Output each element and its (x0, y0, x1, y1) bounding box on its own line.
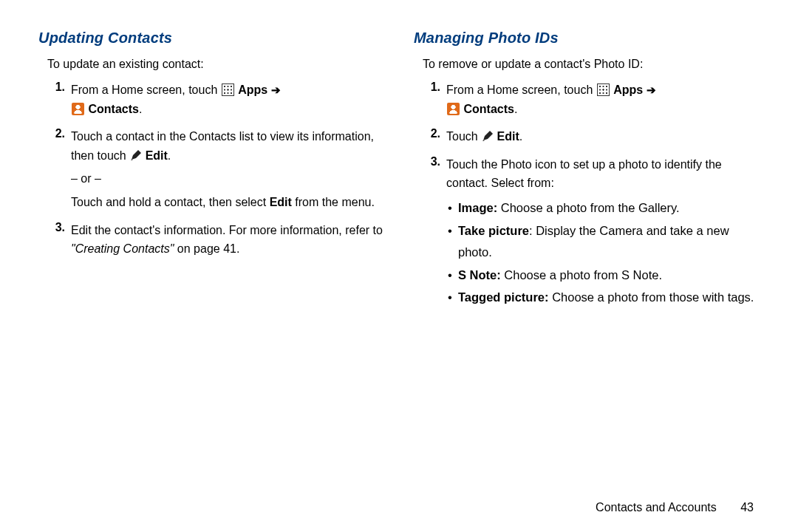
text: . (514, 103, 517, 115)
option-name: Tagged picture: (458, 290, 549, 304)
edit-icon (129, 149, 142, 162)
svg-marker-1 (131, 160, 133, 160)
edit-label: Edit (270, 196, 292, 208)
text: Edit the contact's information. For more… (71, 224, 383, 236)
left-column: Updating Contacts To update an existing … (38, 30, 384, 314)
text: Touch and hold a contact, then select (71, 196, 270, 208)
step-3: 3. Touch the Photo icon to set up a phot… (423, 155, 760, 310)
contacts-label: Contacts (88, 103, 138, 115)
step-number: 2. (423, 127, 446, 151)
option-name: Take picture (458, 224, 529, 237)
option-text: Choose a photo from those with tags. (549, 290, 754, 304)
text: . (168, 149, 171, 162)
text: From a Home screen, touch (71, 83, 221, 96)
step-number: 3. (423, 155, 446, 310)
intro-text: To update an existing contact: (47, 55, 384, 73)
or-divider: – or – (71, 169, 384, 188)
option-name: S Note: (458, 268, 501, 282)
option-text: Choose a photo from S Note. (501, 268, 662, 282)
text: Touch the Photo icon to set up a photo t… (446, 155, 760, 193)
page-footer: Contacts and Accounts 43 (596, 501, 754, 514)
arrow-icon: ➔ (647, 83, 656, 96)
text: from the menu. (292, 196, 375, 208)
svg-marker-2 (483, 131, 493, 140)
edit-label: Edit (497, 130, 519, 143)
apps-icon (222, 83, 234, 96)
right-column: Managing Photo IDs To remove or update a… (414, 30, 760, 314)
step-2: 2. Touch a contact in the Contacts list … (47, 127, 384, 216)
arrow-icon: ➔ (271, 83, 281, 96)
step-1: 1. From a Home screen, touch Apps ➔ Cont… (423, 81, 760, 123)
cross-reference: "Creating Contacts" (71, 242, 174, 255)
list-item: Tagged picture: Choose a photo from thos… (446, 287, 760, 308)
svg-marker-3 (482, 140, 485, 141)
text: . (519, 130, 522, 143)
contacts-icon (72, 103, 84, 115)
step-number: 3. (47, 221, 71, 263)
text: Touch (446, 130, 481, 143)
step-3: 3. Edit the contact's information. For m… (47, 221, 384, 263)
option-name: Image: (458, 201, 497, 214)
step-1: 1. From a Home screen, touch Apps ➔ Cont… (47, 81, 384, 123)
text: on page 41. (174, 242, 239, 255)
contacts-label: Contacts (463, 103, 514, 115)
list-item: Take picture: Display the Camera and tak… (446, 220, 760, 263)
apps-label: Apps (613, 83, 643, 96)
edit-label: Edit (146, 149, 168, 162)
contacts-icon (447, 103, 460, 115)
apps-icon (597, 83, 610, 96)
list-item: S Note: Choose a photo from S Note. (446, 265, 760, 286)
text: . (139, 103, 142, 115)
edit-icon (481, 130, 494, 143)
section-name: Contacts and Accounts (596, 501, 717, 514)
list-item: Image: Choose a photo from the Gallery. (446, 197, 760, 219)
text: From a Home screen, touch (446, 83, 596, 96)
svg-marker-0 (132, 150, 141, 160)
option-text: Choose a photo from the Gallery. (497, 201, 679, 214)
heading-updating-contacts: Updating Contacts (38, 30, 384, 47)
step-number: 1. (47, 81, 71, 123)
intro-text: To remove or update a contact's Photo ID… (423, 55, 760, 73)
page-number: 43 (740, 501, 754, 514)
step-number: 1. (423, 81, 446, 123)
heading-managing-photo-ids: Managing Photo IDs (414, 30, 760, 47)
step-number: 2. (47, 127, 71, 216)
text: Touch a contact in the Contacts list to … (71, 130, 374, 162)
step-2: 2. Touch Edit. (423, 127, 760, 151)
apps-label: Apps (238, 83, 267, 96)
